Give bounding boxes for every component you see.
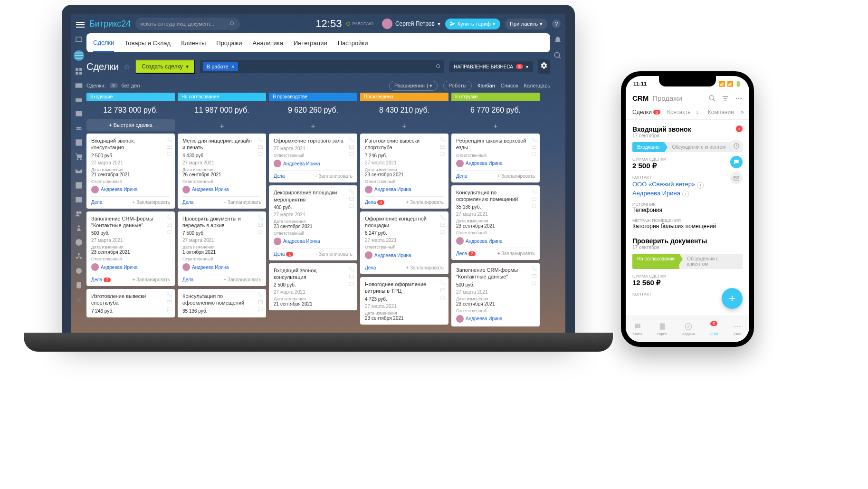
mail-icon[interactable]: [166, 144, 172, 150]
mail-icon[interactable]: [531, 273, 537, 279]
info-icon[interactable]: i: [682, 191, 689, 197]
dela-link[interactable]: Дела: [365, 265, 376, 270]
sidebar-item[interactable]: [75, 239, 83, 246]
chat-icon[interactable]: [166, 230, 172, 235]
deal-card[interactable]: Изготовление вывески спортклуба7 246 руб…: [360, 134, 448, 209]
chat-icon[interactable]: [440, 295, 446, 301]
chat-icon[interactable]: [258, 152, 263, 157]
star-icon[interactable]: ☆: [124, 62, 130, 71]
column-header[interactable]: Входящие: [86, 93, 175, 101]
sidebar-item[interactable]: [75, 281, 83, 289]
mail-icon[interactable]: [349, 274, 354, 279]
nav-more[interactable]: Ещё: [733, 322, 742, 336]
sidebar-item[interactable]: [75, 267, 83, 275]
deal-card[interactable]: Изготовление вывески спортклуба7 246 руб…: [86, 289, 175, 317]
plan-link[interactable]: + Запланировать: [497, 173, 535, 179]
deal-card[interactable]: Проверить документы и передать в архив7 …: [178, 211, 266, 287]
owner-link[interactable]: Андреева Ирина: [192, 265, 229, 270]
chat-icon[interactable]: [349, 152, 354, 157]
mail-icon[interactable]: [531, 144, 537, 150]
phone-tab-companies[interactable]: Компании: [708, 109, 734, 115]
tab-deals[interactable]: Сделки: [93, 34, 114, 52]
deal-card[interactable]: Заполнение CRM-формы "Контактные данные"…: [451, 263, 540, 326]
sidebar-item[interactable]: [75, 125, 83, 132]
phone-tab-contacts[interactable]: Контакты1: [667, 109, 701, 115]
sidebar-item[interactable]: [75, 67, 83, 75]
phone-icon[interactable]: [258, 292, 263, 297]
deal-card[interactable]: Консультация по оформлению помещений35 1…: [451, 185, 540, 260]
settings-button[interactable]: [538, 59, 550, 74]
mail-icon[interactable]: [531, 196, 537, 201]
sidebar-item[interactable]: [75, 110, 83, 118]
phone-icon[interactable]: [258, 136, 263, 142]
tab-products[interactable]: Товары и Склад: [124, 35, 171, 51]
phone-icon[interactable]: [531, 188, 537, 194]
dela-link[interactable]: Дела1: [274, 251, 293, 257]
owner-link[interactable]: Андреева Ирина: [374, 253, 411, 258]
work-status[interactable]: РАБОТАЮ: [346, 21, 373, 26]
owner-link[interactable]: Андреева Ирина: [283, 239, 320, 244]
column-header[interactable]: Произведено: [360, 93, 448, 101]
chat-icon[interactable]: [531, 203, 537, 209]
filter-icon[interactable]: [722, 95, 729, 102]
phone-icon[interactable]: [166, 214, 172, 220]
tab-sales[interactable]: Продажи: [216, 35, 242, 51]
tab-analytics[interactable]: Аналитика: [253, 35, 283, 51]
sidebar-item[interactable]: [75, 182, 83, 189]
deal-card[interactable]: Заполнение CRM-формы "Контактные данные"…: [86, 211, 175, 287]
plan-link[interactable]: + Запланировать: [497, 251, 535, 256]
user-menu[interactable]: Сергей Петров▾: [378, 19, 440, 29]
deal-card[interactable]: Ребрендинг школы верховой ездыОтветствен…: [451, 134, 540, 182]
search-icon[interactable]: [553, 51, 562, 60]
mail-icon[interactable]: [258, 299, 263, 305]
owner-link[interactable]: Андреева Ирина: [283, 161, 320, 166]
extensions-button[interactable]: Расширения | ▾: [389, 81, 438, 91]
owner-link[interactable]: Андреева Ирина: [101, 265, 138, 270]
more-icon[interactable]: [735, 95, 743, 102]
bell-icon[interactable]: [553, 36, 562, 45]
column-header[interactable]: В производстве: [269, 93, 357, 101]
phone-icon[interactable]: [440, 136, 446, 142]
nav-tasks[interactable]: Задачи: [682, 322, 695, 336]
mail-icon[interactable]: [258, 144, 263, 150]
phone-icon[interactable]: [258, 214, 263, 220]
nav-office[interactable]: Офис: [657, 322, 667, 336]
tab-integrations[interactable]: Интеграции: [294, 35, 327, 51]
dela-link[interactable]: Дела: [182, 200, 193, 205]
close-icon[interactable]: ×: [231, 64, 234, 69]
help-icon[interactable]: ?: [552, 19, 561, 28]
plan-link[interactable]: + Запланировать: [315, 173, 353, 179]
deal-card[interactable]: Новогоднее оформление витрины в ТРЦ4 723…: [360, 277, 448, 325]
chat-icon[interactable]: [531, 281, 537, 287]
plan-link[interactable]: + Запланировать: [132, 200, 170, 205]
deal-card[interactable]: Оформление торгового зала27 марта 2021От…: [269, 134, 357, 182]
dela-link[interactable]: Дела4: [365, 200, 384, 205]
nav-crm[interactable]: 5CRM: [710, 322, 718, 336]
nav-chats[interactable]: Чаты: [633, 322, 642, 336]
mail-icon[interactable]: [440, 144, 446, 150]
dela-link[interactable]: Дела: [91, 200, 102, 205]
info-icon[interactable]: i: [697, 182, 704, 189]
fab-add[interactable]: +: [722, 288, 743, 309]
chat-icon[interactable]: [349, 281, 354, 287]
phone-icon[interactable]: [440, 280, 446, 286]
sidebar-add[interactable]: +: [76, 296, 82, 306]
filter-chip[interactable]: В работе×: [203, 62, 238, 71]
mail-icon[interactable]: [349, 196, 354, 201]
mail-icon[interactable]: [349, 144, 354, 150]
sidebar-item[interactable]: [75, 96, 83, 104]
menu-icon[interactable]: [76, 20, 85, 27]
invite-button[interactable]: Пригласить ▾: [505, 19, 547, 29]
chat-icon[interactable]: [730, 156, 743, 168]
phone-icon[interactable]: [531, 136, 537, 142]
chat-icon[interactable]: [258, 307, 263, 313]
plan-link[interactable]: + Запланировать: [406, 200, 444, 205]
plan-link[interactable]: + Запланировать: [223, 200, 261, 205]
owner-link[interactable]: Андреева Ирина: [466, 239, 503, 244]
owner-link[interactable]: Андреева Ирина: [192, 187, 229, 192]
logo[interactable]: Битрикс24: [89, 19, 131, 29]
chat-icon[interactable]: [531, 152, 537, 157]
phone-icon[interactable]: [531, 266, 537, 271]
plan-link[interactable]: + Запланировать: [315, 251, 353, 257]
phone-icon[interactable]: [440, 214, 446, 220]
